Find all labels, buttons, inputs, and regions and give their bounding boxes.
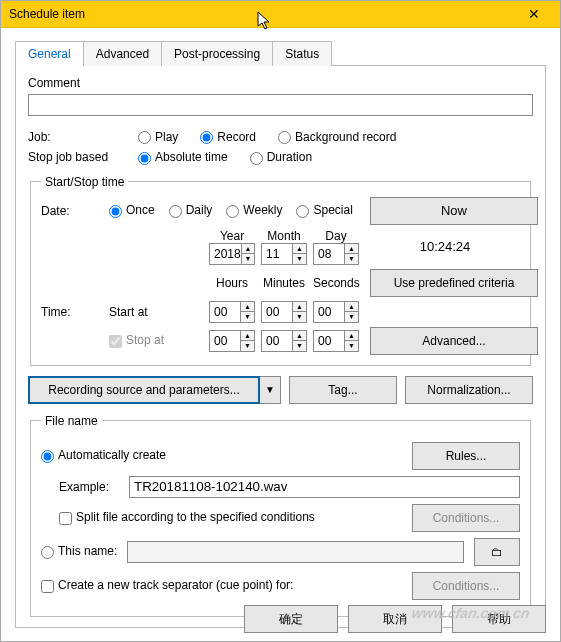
job-play-radio[interactable]: Play (138, 130, 178, 144)
split-file-checkbox[interactable]: Split file according to the specified co… (59, 510, 315, 524)
stop-seconds-spinner[interactable]: 00▲▼ (313, 330, 359, 352)
freq-daily-radio[interactable]: Daily (169, 203, 213, 217)
stop-hours-spinner[interactable]: 00▲▼ (209, 330, 255, 352)
close-icon[interactable]: ✕ (514, 6, 554, 22)
help-button[interactable]: 帮助 (452, 605, 546, 633)
normalization-button[interactable]: Normalization... (405, 376, 533, 404)
time-label: Time: (41, 305, 101, 319)
start-minutes-spinner[interactable]: 00▲▼ (261, 301, 307, 323)
stopat-checkbox[interactable]: Stop at (109, 333, 209, 347)
day-spinner[interactable]: 08▲▼ (313, 243, 359, 265)
dialog-footer: 确定 取消 帮助 (244, 605, 546, 633)
startstop-legend: Start/Stop time (41, 175, 128, 189)
window-title: Schedule item (9, 7, 85, 21)
this-name-input (127, 541, 464, 563)
minutes-label: Minutes (261, 276, 307, 290)
tab-post-processing[interactable]: Post-processing (161, 41, 273, 66)
cancel-button[interactable]: 取消 (348, 605, 442, 633)
conditions-button-1: Conditions... (412, 504, 520, 532)
dialog-window: Schedule item ✕ General Advanced Post-pr… (0, 0, 561, 642)
browse-button[interactable]: 🗀 (474, 538, 520, 566)
tab-general[interactable]: General (15, 41, 84, 66)
startstop-group: Start/Stop time Date: Once Daily Weekly … (30, 175, 531, 366)
job-background-radio[interactable]: Background record (278, 130, 396, 144)
advanced-button[interactable]: Advanced... (370, 327, 538, 355)
rules-button[interactable]: Rules... (412, 442, 520, 470)
month-label: Month (261, 229, 307, 243)
tab-strip: General Advanced Post-processing Status (15, 40, 546, 65)
ok-button[interactable]: 确定 (244, 605, 338, 633)
date-label: Date: (41, 204, 101, 218)
cue-point-checkbox[interactable]: Create a new track separator (cue point)… (41, 578, 293, 592)
this-name-radio[interactable]: This name: (41, 544, 117, 558)
freq-once-radio[interactable]: Once (109, 203, 155, 217)
example-label: Example: (59, 480, 119, 494)
conditions-button-2: Conditions... (412, 572, 520, 600)
tag-button[interactable]: Tag... (289, 376, 397, 404)
freq-weekly-radio[interactable]: Weekly (226, 203, 282, 217)
stop-label: Stop job based (28, 150, 128, 164)
tab-advanced[interactable]: Advanced (83, 41, 162, 66)
job-record-radio[interactable]: Record (200, 130, 256, 144)
startat-label: Start at (109, 305, 209, 319)
comment-input[interactable] (28, 94, 533, 116)
stop-duration-radio[interactable]: Duration (250, 150, 312, 164)
auto-create-radio[interactable]: Automatically create (41, 448, 166, 462)
comment-label: Comment (28, 76, 533, 90)
start-seconds-spinner[interactable]: 00▲▼ (313, 301, 359, 323)
now-button[interactable]: Now (370, 197, 538, 225)
seconds-label: Seconds (313, 276, 359, 290)
day-label: Day (313, 229, 359, 243)
freq-special-radio[interactable]: Special (296, 203, 352, 217)
month-spinner[interactable]: 11▲▼ (261, 243, 307, 265)
title-bar: Schedule item ✕ (1, 1, 560, 28)
year-spinner[interactable]: 2018▲▼ (209, 243, 255, 265)
example-input[interactable] (129, 476, 520, 498)
filename-legend: File name (41, 414, 102, 428)
filename-group: File name Automatically create Rules... … (30, 414, 531, 617)
folder-icon: 🗀 (491, 545, 503, 559)
predefined-button[interactable]: Use predefined criteria (370, 269, 538, 297)
recording-source-button[interactable]: Recording source and parameters... (28, 376, 260, 404)
start-hours-spinner[interactable]: 00▲▼ (209, 301, 255, 323)
year-label: Year (209, 229, 255, 243)
stop-absolute-radio[interactable]: Absolute time (138, 150, 228, 164)
job-label: Job: (28, 130, 128, 144)
recording-source-dropdown-icon[interactable]: ▼ (260, 376, 281, 404)
tab-panel-general: Comment Job: Play Record Background reco… (15, 65, 546, 628)
hours-label: Hours (209, 276, 255, 290)
clock-readout: 10:24:24 (370, 239, 520, 254)
tab-status[interactable]: Status (272, 41, 332, 66)
stop-minutes-spinner[interactable]: 00▲▼ (261, 330, 307, 352)
